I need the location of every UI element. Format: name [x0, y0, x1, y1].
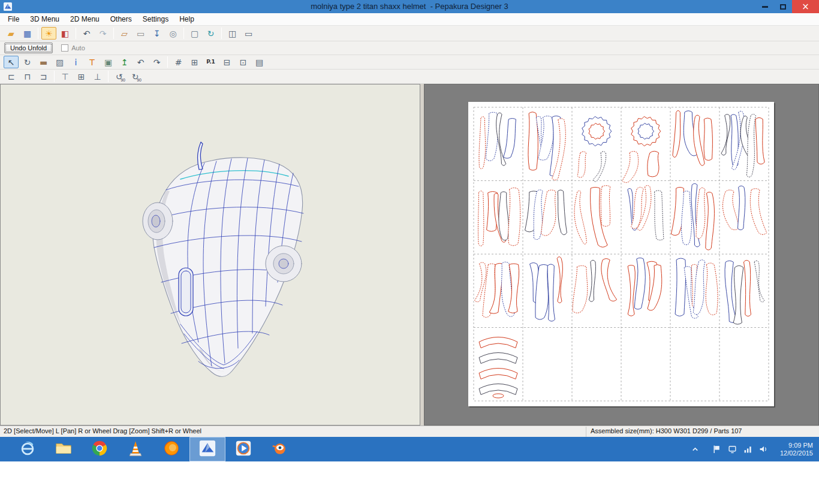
- pattern-part[interactable]: [738, 186, 745, 230]
- volume-icon[interactable]: [758, 444, 769, 455]
- pattern-part[interactable]: [673, 110, 681, 157]
- rotate-cw-90-button[interactable]: ↻90: [128, 70, 143, 83]
- export-button[interactable]: ↥: [117, 56, 132, 68]
- image-tool-button[interactable]: ▣: [101, 56, 116, 68]
- taskbar-clock[interactable]: 9:09 PM 12/02/2015: [780, 442, 813, 457]
- pattern-part[interactable]: [504, 119, 516, 159]
- pattern-part[interactable]: [754, 261, 764, 302]
- flap-hatch-button[interactable]: ▨: [52, 56, 67, 68]
- tray-chevron-icon[interactable]: [690, 444, 701, 455]
- pattern-part[interactable]: [628, 265, 635, 316]
- eraser-button[interactable]: ▱: [117, 27, 132, 40]
- text-tool-button[interactable]: T: [85, 56, 100, 68]
- pattern-part[interactable]: [557, 256, 562, 303]
- 3d-viewport[interactable]: [0, 84, 420, 425]
- texture-cube-button[interactable]: ◧: [58, 27, 73, 40]
- pattern-part[interactable]: [479, 117, 486, 169]
- pattern-part[interactable]: [486, 112, 498, 161]
- pattern-part[interactable]: [755, 117, 764, 164]
- tablet-settings-icon[interactable]: [727, 444, 738, 455]
- pattern-part[interactable]: [733, 265, 743, 324]
- pattern-part[interactable]: [706, 192, 715, 251]
- rotate-view-button[interactable]: ↻: [203, 27, 218, 40]
- layout-both-panes-button[interactable]: ◫: [225, 27, 240, 40]
- pattern-part[interactable]: [601, 186, 610, 227]
- pattern-part[interactable]: [478, 191, 483, 246]
- select-move-button[interactable]: ↖: [4, 56, 19, 68]
- ruler-button[interactable]: ▬: [36, 56, 51, 68]
- pattern-part[interactable]: [696, 188, 705, 239]
- network-icon[interactable]: [743, 444, 754, 455]
- rotate-part-button[interactable]: ↻: [20, 56, 35, 68]
- pattern-part[interactable]: [721, 114, 730, 155]
- pattern-part[interactable]: [706, 263, 718, 315]
- menu-file[interactable]: File: [2, 13, 25, 25]
- pattern-page[interactable]: [468, 102, 774, 406]
- pattern-part[interactable]: [655, 191, 664, 240]
- export-page-button[interactable]: ⊟: [219, 56, 234, 68]
- pattern-part[interactable]: [573, 265, 588, 313]
- check-part-button[interactable]: ◎: [165, 27, 180, 40]
- pattern-part[interactable]: [528, 112, 538, 170]
- page-number-button[interactable]: P.1: [203, 56, 218, 68]
- open-folder-button[interactable]: ▰: [4, 27, 19, 40]
- pattern-part[interactable]: [479, 384, 517, 395]
- align-right-button[interactable]: ⊐: [36, 70, 51, 83]
- pattern-part[interactable]: [722, 190, 739, 230]
- undo-button[interactable]: ↶: [79, 27, 94, 40]
- undo-unfold-button[interactable]: Undo Unfold: [4, 43, 53, 53]
- pattern-part[interactable]: [746, 114, 755, 177]
- pattern-part[interactable]: [493, 394, 504, 398]
- taskbar-app-windows-media-player[interactable]: [225, 437, 261, 461]
- redo-2d-button[interactable]: ↷: [149, 56, 164, 68]
- pattern-part[interactable]: [479, 353, 517, 364]
- menu-others[interactable]: Others: [105, 13, 137, 25]
- pattern-part[interactable]: [601, 259, 617, 301]
- pattern-part[interactable]: [704, 118, 712, 160]
- save-button[interactable]: ▦: [20, 27, 35, 40]
- menu-3d-menu[interactable]: 3D Menu: [25, 13, 65, 25]
- layout-single-pane-button[interactable]: ▭: [241, 27, 256, 40]
- pattern-part[interactable]: [675, 258, 686, 316]
- pattern-part[interactable]: [479, 369, 517, 379]
- menu-2d-menu[interactable]: 2D Menu: [65, 13, 105, 25]
- pattern-part[interactable]: [479, 337, 517, 348]
- minimize-button[interactable]: [756, 0, 774, 13]
- taskbar-app-file-explorer[interactable]: [46, 437, 82, 461]
- 2d-viewport[interactable]: [424, 84, 819, 425]
- distribute-button[interactable]: ⊞: [74, 70, 89, 83]
- taskbar-app-firefox[interactable]: [153, 437, 189, 461]
- pattern-part[interactable]: [508, 188, 520, 245]
- paint-roller-button[interactable]: ▭: [133, 27, 148, 40]
- rotate-ccw-90-button[interactable]: ↺90: [112, 70, 127, 83]
- redo-button[interactable]: ↷: [95, 27, 110, 40]
- undo-2d-button[interactable]: ↶: [133, 56, 148, 68]
- box-zoom-button[interactable]: ▢: [187, 27, 202, 40]
- snap-grid-button[interactable]: ⊞: [187, 56, 202, 68]
- page-frame-button[interactable]: ⊡: [236, 56, 251, 68]
- pattern-part[interactable]: [499, 192, 509, 240]
- taskbar-app-internet-explorer[interactable]: [10, 437, 46, 461]
- pattern-part[interactable]: [589, 260, 595, 301]
- taskbar-app-vlc[interactable]: [118, 437, 153, 461]
- print-button[interactable]: ▤: [252, 56, 267, 68]
- pattern-part[interactable]: [622, 152, 639, 183]
- align-top-button[interactable]: ⊤: [58, 70, 73, 83]
- close-button[interactable]: ×: [792, 0, 819, 13]
- pattern-part[interactable]: [744, 260, 751, 316]
- pattern-part[interactable]: [750, 189, 767, 235]
- menu-help[interactable]: Help: [174, 13, 200, 25]
- taskbar-app-pepakura-designer[interactable]: [189, 437, 225, 461]
- pattern-part[interactable]: [558, 190, 567, 235]
- align-center-button[interactable]: ⊓: [20, 70, 35, 83]
- menu-settings[interactable]: Settings: [137, 13, 174, 25]
- pattern-part[interactable]: [541, 190, 556, 236]
- pattern-part[interactable]: [574, 191, 586, 244]
- pattern-part[interactable]: [593, 152, 606, 182]
- edge-id-button[interactable]: i: [68, 56, 83, 68]
- snap-lines-button[interactable]: #: [171, 56, 186, 68]
- pattern-part[interactable]: [577, 152, 586, 177]
- taskbar-app-blender[interactable]: [261, 437, 297, 461]
- align-bottom-button[interactable]: ⊥: [90, 70, 105, 83]
- align-left-button[interactable]: ⊏: [4, 70, 19, 83]
